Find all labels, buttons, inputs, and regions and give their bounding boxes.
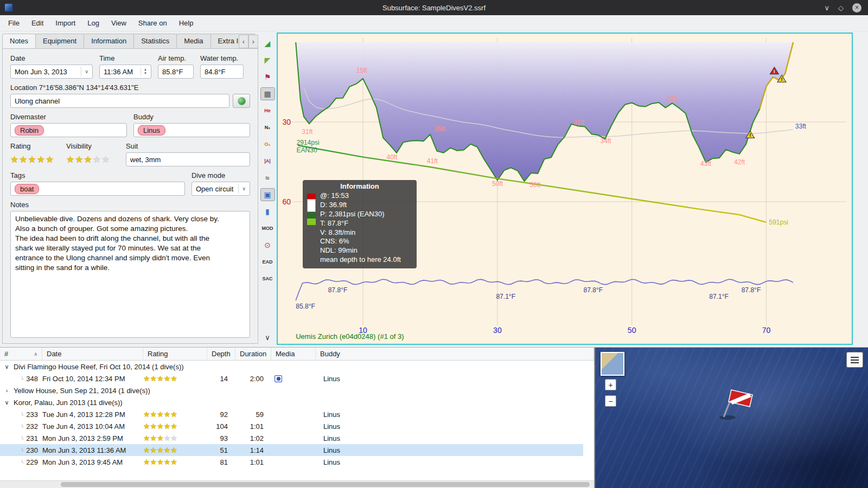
star-filled-icon[interactable]: ★ [143,446,150,454]
map-menu-button[interactable] [846,352,863,368]
dive-site-marker[interactable] [716,387,762,423]
spin-up-icon[interactable]: ▲ [144,68,147,72]
suit-field[interactable]: wet, 3mm [126,152,250,166]
star-filled-icon[interactable]: ★ [143,410,150,419]
collapse-icon[interactable]: ∨ [3,363,10,370]
star-filled-icon[interactable]: ★ [150,446,157,454]
buddy-field[interactable]: Linus [133,123,250,137]
star-filled-icon[interactable]: ★ [66,154,75,165]
star-filled-icon[interactable]: ★ [37,154,46,165]
tab-notes[interactable]: Notes [2,34,36,48]
toggle-deco-button[interactable]: ⊙ [260,239,275,252]
star-filled-icon[interactable]: ★ [157,434,164,442]
dive-mode-select[interactable]: Open circuit ∨ [192,182,250,196]
divemaster-field[interactable]: Robin [10,123,127,137]
column-header-duration[interactable]: Duration [235,348,271,360]
star-filled-icon[interactable]: ★ [150,434,157,442]
star-filled-icon[interactable]: ★ [164,422,171,431]
dive-row-233[interactable]: └233Tue Jun 4, 2013 12:28 PM★★★★★9259Lin… [0,408,583,420]
star-filled-icon[interactable]: ★ [170,458,177,466]
star-filled-icon[interactable]: ★ [143,434,150,442]
star-filled-icon[interactable]: ★ [170,374,177,383]
toggle-po2-graph-button[interactable]: O₂ [260,138,275,151]
star-filled-icon[interactable]: ★ [150,458,157,466]
buddy-chip[interactable]: Linus [138,125,165,136]
horizontal-scrollbar[interactable] [0,480,594,488]
spin-down-icon[interactable]: ▼ [144,72,147,75]
water-temp-field[interactable]: 84.8°F [200,65,244,79]
star-empty-icon[interactable]: ★ [93,154,101,165]
star-filled-icon[interactable]: ★ [143,458,150,466]
tab-information[interactable]: Information [84,34,134,48]
trip-row[interactable]: ∨Koror, Palau, Jun 2013 (11 dive(s)) [0,396,583,408]
minimize-button[interactable]: ∨ [824,4,829,12]
media-photo-icon[interactable] [275,375,282,382]
toggle-phe-graph-button[interactable]: He [260,104,275,117]
divemaster-chip[interactable]: Robin [15,125,44,136]
menu-share-on[interactable]: Share on [132,16,173,30]
trip-row[interactable]: ›Yellow House, Sun Sep 21, 2014 (1 dive(… [0,384,583,396]
menu-view[interactable]: View [105,16,132,30]
menu-help[interactable]: Help [173,16,200,30]
star-filled-icon[interactable]: ★ [143,374,150,383]
dive-row-229[interactable]: └229Mon Jun 3, 2013 9:45 AM★★★★★811:01Li… [0,456,583,468]
star-empty-icon[interactable]: ★ [170,434,177,442]
star-filled-icon[interactable]: ★ [19,154,28,165]
menu-edit[interactable]: Edit [25,16,49,30]
scrollbar-handle[interactable] [61,482,590,487]
toggle-events-button[interactable]: ⚑ [260,70,275,84]
column-header-date[interactable]: Date [42,348,143,360]
star-filled-icon[interactable]: ★ [157,374,164,383]
toggle-photos-button[interactable]: ▣ [260,188,275,201]
edit-location-button[interactable] [233,94,250,108]
tab-media[interactable]: Media [176,34,210,48]
menu-file[interactable]: File [2,16,25,30]
dive-row-232[interactable]: └232Tue Jun 4, 2013 10:04 AM★★★★★1041:01… [0,420,583,432]
visibility-stars[interactable]: ★★★★★ [66,152,119,166]
toggle-tissues-button[interactable]: ▦ [260,87,275,100]
star-filled-icon[interactable]: ★ [164,374,171,383]
tag-chip[interactable]: boat [15,184,39,194]
star-filled-icon[interactable]: ★ [46,154,54,165]
star-filled-icon[interactable]: ★ [164,410,171,419]
dive-row-348[interactable]: └348Fri Oct 10, 2014 12:34 PM★★★★★142:00… [0,373,583,384]
star-filled-icon[interactable]: ★ [143,422,150,431]
column-header--[interactable]: #∧ [0,348,42,360]
air-temp-field[interactable]: 85.8°F [158,65,194,79]
toggle-tank-bar-button[interactable]: ▮ [260,205,275,218]
star-filled-icon[interactable]: ★ [164,458,171,466]
tab-scroll-right-button[interactable]: › [248,35,258,48]
column-header-media[interactable]: Media [271,348,316,360]
star-filled-icon[interactable]: ★ [150,374,157,383]
menu-import[interactable]: Import [49,16,81,30]
star-filled-icon[interactable]: ★ [150,410,157,419]
rating-stars[interactable]: ★★★★★ [10,152,60,166]
star-filled-icon[interactable]: ★ [75,154,84,165]
menu-log[interactable]: Log [81,16,105,30]
minimap-thumbnail[interactable] [601,352,624,376]
map-zoom-out-button[interactable]: − [605,395,616,407]
star-filled-icon[interactable]: ★ [164,446,171,454]
star-filled-icon[interactable]: ★ [28,154,37,165]
time-spinner[interactable]: 11:36 AM ▲ ▼ [99,65,151,79]
dive-row-231[interactable]: └231Mon Jun 3, 2013 2:59 PM★★★★★931:02Li… [0,432,583,444]
star-filled-icon[interactable]: ★ [150,422,157,431]
toolbar-scroll-down-button[interactable]: ∨ [260,331,275,344]
toggle-heart-rate-button[interactable]: ≈ [260,171,275,184]
star-filled-icon[interactable]: ★ [157,458,164,466]
date-picker[interactable]: Mon Jun 3, 2013 ∨ [10,65,93,79]
map-zoom-in-button[interactable]: + [605,379,616,390]
notes-textarea[interactable]: Unbelievable dive. Dozens and dozens of … [10,211,250,338]
toggle-dc-ceiling-button[interactable]: ◢ [260,37,275,50]
star-filled-icon[interactable]: ★ [10,154,19,165]
star-filled-icon[interactable]: ★ [157,410,164,419]
location-input[interactable]: Ulong channel [10,94,229,108]
star-empty-icon[interactable]: ★ [164,434,171,442]
toggle-sac-button[interactable]: SAC [260,272,275,285]
column-header-rating[interactable]: Rating [143,348,207,360]
tags-field[interactable]: boat [10,182,185,196]
expand-icon[interactable]: › [3,387,10,394]
star-filled-icon[interactable]: ★ [170,422,177,431]
dive-row-230[interactable]: └230Mon Jun 3, 2013 11:36 AM★★★★★511:14L… [0,444,583,456]
ruler-button[interactable]: |A| [260,155,275,168]
